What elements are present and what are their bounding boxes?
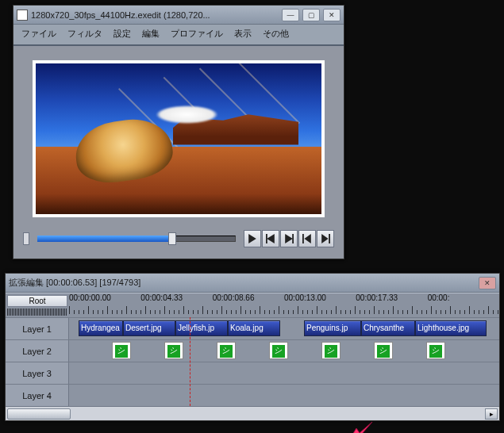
svg-rect-5 <box>302 234 304 243</box>
svg-rect-8 <box>329 234 330 243</box>
menu-edit[interactable]: 編集 <box>137 26 164 41</box>
layer-track-3[interactable] <box>69 362 499 384</box>
playhead[interactable] <box>190 317 190 406</box>
app-icon <box>17 10 28 21</box>
svg-marker-1 <box>267 234 275 243</box>
step-forward-button[interactable] <box>280 230 298 247</box>
scene-change-marker[interactable] <box>426 342 445 359</box>
layer-track-4[interactable] <box>69 385 499 406</box>
menu-filter[interactable]: フィルタ <box>63 26 107 41</box>
preview-frame[interactable] <box>33 60 325 217</box>
svg-rect-2 <box>266 234 267 243</box>
seek-fill <box>37 236 168 242</box>
play-button[interactable] <box>244 230 261 247</box>
transport-marker[interactable] <box>23 232 29 245</box>
layer-label[interactable]: Layer 1 <box>6 318 69 339</box>
goto-end-button[interactable] <box>317 230 334 247</box>
menu-file[interactable]: ファイル <box>17 26 61 41</box>
scene-icon <box>272 345 285 358</box>
timeline-clip[interactable]: Hydrangea <box>79 320 123 336</box>
horizontal-scrollbar[interactable]: ▸ <box>6 406 499 420</box>
ruler-label: 00:00:08.66 <box>213 293 284 305</box>
timeline-close-button[interactable]: ✕ <box>479 277 496 289</box>
scene-icon <box>115 345 128 358</box>
scene-icon <box>377 345 390 358</box>
timeline-title: 拡張編集 [00:00:06.53] [197/4793] <box>9 277 475 289</box>
step-back-button[interactable] <box>262 230 279 247</box>
zoom-ticks[interactable] <box>7 308 67 316</box>
transport-bar <box>13 222 344 259</box>
seek-slider[interactable] <box>37 231 236 247</box>
timeline-clip[interactable]: Lighthouse.jpg <box>415 320 487 336</box>
timeline-titlebar[interactable]: 拡張編集 [00:00:06.53] [197/4793] ✕ <box>6 274 499 293</box>
timeline-window-buttons: ✕ <box>479 277 496 289</box>
scene-icon <box>429 345 442 358</box>
seek-thumb[interactable] <box>168 232 176 245</box>
layer-row-3: Layer 3 <box>6 362 499 384</box>
preview-titlebar[interactable]: 1280x720_30fps_44100Hz.exedit (1280,720.… <box>13 6 344 25</box>
preview-window: 1280x720_30fps_44100Hz.exedit (1280,720.… <box>13 5 344 259</box>
layers-area: Layer 1 HydrangeaDesert.jpgJellyfish.jpK… <box>6 317 499 406</box>
scene-change-marker[interactable] <box>269 342 288 359</box>
preview-cloud <box>156 105 218 124</box>
root-button[interactable]: Root <box>7 295 67 307</box>
transport-buttons <box>244 230 334 247</box>
timeline-clip[interactable]: Jellyfish.jp <box>175 320 228 336</box>
svg-marker-9 <box>344 422 372 433</box>
timeline-clip[interactable]: Desert.jpg <box>123 320 175 336</box>
preview-area <box>13 46 344 222</box>
ruler-label: 00:00:17.33 <box>356 293 427 305</box>
window-buttons: — ▢ ✕ <box>282 9 340 21</box>
menu-view[interactable]: 表示 <box>229 26 256 41</box>
scene-change-marker[interactable] <box>112 342 131 359</box>
layer-label[interactable]: Layer 2 <box>6 340 69 362</box>
menu-settings[interactable]: 設定 <box>109 26 136 41</box>
scene-icon <box>325 345 337 358</box>
time-ruler[interactable]: 00:00:00.00 00:00:04.33 00:00:08.66 00:0… <box>69 293 499 316</box>
maximize-button[interactable]: ▢ <box>302 9 320 21</box>
ruler-ticks <box>69 306 499 314</box>
layer-label[interactable]: Layer 3 <box>6 362 69 384</box>
scene-icon <box>220 345 233 358</box>
ruler-label: 00:00:04.33 <box>140 293 212 305</box>
menubar: ファイル フィルタ 設定 編集 プロファイル 表示 その他 <box>13 25 344 46</box>
cursor-arrow-icon <box>342 419 374 433</box>
timeline-clip[interactable]: Chrysanthe <box>361 320 415 336</box>
svg-marker-6 <box>304 234 310 243</box>
svg-marker-7 <box>321 234 328 243</box>
layer-row-1: Layer 1 HydrangeaDesert.jpgJellyfish.jpK… <box>6 317 499 339</box>
layer-track-2[interactable] <box>69 340 499 362</box>
ruler-label: 00:00:13.00 <box>284 293 356 305</box>
scene-change-marker[interactable] <box>374 342 393 359</box>
scene-change-marker[interactable] <box>321 342 340 359</box>
root-column: Root <box>6 293 69 317</box>
timeline-body: Root 00:00:00.00 00:00:04.33 00:00:08.66… <box>6 293 499 420</box>
layer-label[interactable]: Layer 4 <box>6 385 69 406</box>
scene-icon <box>167 345 180 358</box>
scene-change-marker[interactable] <box>217 342 236 359</box>
scroll-right-button[interactable]: ▸ <box>485 408 498 420</box>
timeline-clip[interactable]: Penguins.jp <box>304 320 361 336</box>
timeline-header: Root 00:00:00.00 00:00:04.33 00:00:08.66… <box>6 293 499 317</box>
layer-track-1[interactable]: HydrangeaDesert.jpgJellyfish.jpKoala.jpg… <box>69 318 499 339</box>
ruler-labels: 00:00:00.00 00:00:04.33 00:00:08.66 00:0… <box>69 293 499 305</box>
goto-start-button[interactable] <box>298 230 316 247</box>
svg-marker-4 <box>285 234 293 243</box>
scene-change-marker[interactable] <box>164 342 183 359</box>
menu-profile[interactable]: プロファイル <box>166 26 228 41</box>
minimize-button[interactable]: — <box>282 9 299 21</box>
scrollbar-thumb[interactable] <box>7 408 71 420</box>
ruler-label: 00:00: <box>428 293 499 305</box>
menu-other[interactable]: その他 <box>258 26 294 41</box>
timeline-window: 拡張編集 [00:00:06.53] [197/4793] ✕ Root 00:… <box>5 273 500 421</box>
layer-row-4: Layer 4 <box>6 384 499 406</box>
preview-title: 1280x720_30fps_44100Hz.exedit (1280,720.… <box>31 10 279 20</box>
timeline-clip[interactable]: Koala.jpg <box>228 320 280 336</box>
close-button[interactable]: ✕ <box>323 9 340 21</box>
ruler-label: 00:00:00.00 <box>69 293 140 305</box>
layer-row-2: Layer 2 <box>6 339 499 362</box>
svg-marker-0 <box>248 234 256 243</box>
